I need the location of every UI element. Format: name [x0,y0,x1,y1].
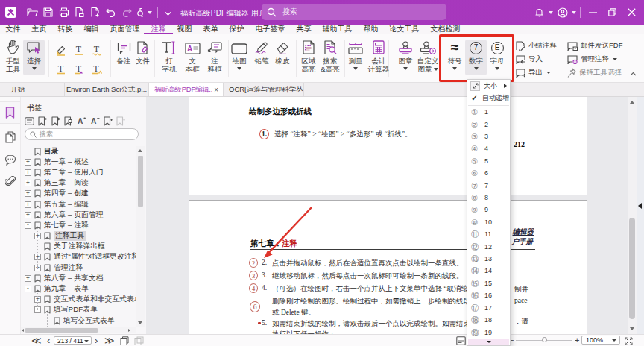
delete-bookmark-icon[interactable] [51,116,60,126]
expand-bookmarks-icon[interactable]: A [77,116,86,126]
summarize-comments-button[interactable]: 小结注释 [516,40,557,52]
bookmark-tree-hscrollbar[interactable] [21,327,136,333]
bookmark-tree-item[interactable]: + 管理注释 [21,262,136,273]
comments-panel-icon[interactable] [0,149,20,170]
dropdown-number-item[interactable]: ⑲ 19 [467,326,510,338]
menu-item[interactable]: 保护 [224,25,250,34]
menu-item[interactable]: 注释 [145,25,171,34]
manage-comments-caret[interactable] [613,58,617,60]
select-caret[interactable] [32,67,37,70]
dropdown-number-item[interactable]: ② 2 [467,118,510,130]
add-bookmark-icon[interactable] [38,116,48,126]
bookmark-tree-item[interactable]: 目录 [21,146,136,157]
redo-icon[interactable] [119,4,134,20]
expand-right-panel-arrow[interactable] [638,203,642,209]
edit-bookmark-icon[interactable] [64,116,74,126]
file-attachment-button[interactable]: 文件 [131,37,154,66]
drawing-button[interactable]: 绘图 [227,37,252,71]
custom-stamp-button[interactable]: 自定义 图章 [413,37,443,74]
number-annotation-3[interactable]: 3 [249,271,258,280]
pages-panel-icon[interactable] [0,127,20,148]
typewriter-button[interactable]: 打 字机 [157,37,182,74]
bookmark-tree-item[interactable]: - 填写PDF表单 [21,305,136,315]
measure-caret[interactable] [353,67,358,70]
bookmark-tree-item[interactable]: + 注释工具 [21,231,136,242]
account-avatar-icon[interactable] [555,4,570,20]
keep-tool-selected-button[interactable]: 保持工具选择 [567,67,622,79]
menu-item[interactable]: 论文工具 [384,25,425,34]
bookmark-tree-item[interactable]: + 第一章 – 概述 [21,157,136,167]
number-annotation-2[interactable]: 2 [249,258,258,268]
number-annotation-1[interactable]: 1. [259,129,269,139]
single-page-view-icon[interactable] [120,336,129,345]
insert-text-tool-icon[interactable]: T [87,63,105,75]
save-icon[interactable] [40,4,56,20]
replace-text-tool-icon[interactable]: T [69,63,87,75]
bookmark-tree-item[interactable]: 填写交互式表单 [21,315,136,326]
dropdown-number-item[interactable]: ⑰ 17 [467,302,510,314]
zoom-box-caret[interactable] [612,339,616,342]
customize-toolbar-icon[interactable] [160,4,176,20]
bookmark-options-icon[interactable] [25,116,34,126]
dropdown-size-item[interactable]: 大小 [467,80,510,92]
bookmark-tree-item[interactable]: + 交互式表单和非交互式表单 [21,295,136,305]
dropdown-scroll-down-row[interactable] [468,339,509,345]
letter-annotation-button[interactable]: E 字母 [487,37,508,71]
red-arrow-annotation[interactable] [256,201,323,265]
callout-button[interactable]: 注 释框 [202,37,227,74]
menu-item[interactable]: 文档检测 [425,25,466,34]
eraser-button[interactable]: 橡皮 [270,37,295,66]
tab-close-icon[interactable]: × [214,86,218,94]
number-annotation-4[interactable]: 4 [249,283,258,293]
bookmark-tree-item[interactable]: + 第六章 – 页面管理 [21,210,136,220]
page-number-input[interactable]: 213 / 411 [54,336,92,345]
bookmark-tree-vscrollbar[interactable] [136,146,145,327]
menu-item[interactable]: 页面管理 [104,25,145,34]
accounting-calculator-button[interactable]: 会计 计算器 [362,37,395,74]
document-vscrollbar[interactable] [628,97,637,334]
dropdown-number-item[interactable]: ① 1 [467,106,510,118]
next-page-button[interactable]: › [95,335,98,346]
bookmark-tree-item[interactable]: + 第二章 – 使用入门 [21,167,136,177]
dropdown-autoincrement-item[interactable]: ✓ 自动递增 [467,92,510,105]
stamp-caret[interactable] [403,67,408,70]
bookmark-tree-item[interactable]: 关于注释弹出框 [21,242,136,252]
menu-item[interactable]: 帮助 [358,25,384,34]
number-annotation-5-collapsed[interactable] [258,322,261,324]
bookmark-tree-item[interactable]: + 第三章 – 阅读 [21,178,136,189]
dropdown-number-item[interactable]: ⑭ 14 [467,265,510,277]
export-page-icon[interactable] [72,4,87,20]
zoom-level-input[interactable]: 100% [581,336,620,345]
bookmark-tree-item[interactable]: - 第七章 – 注释 [21,220,136,230]
minimize-button[interactable] [583,4,602,20]
number-annotation-button[interactable]: 7 数字 [465,37,487,71]
dropdown-number-item[interactable]: ⑩ 10 [467,216,510,228]
page-box-caret[interactable] [84,340,89,342]
strikethrough-tool-icon[interactable]: T [51,63,69,75]
menu-item[interactable]: 视图 [171,25,198,34]
bookmarks-panel-icon[interactable] [0,101,20,124]
close-window-button[interactable] [622,4,641,20]
import-comments-button[interactable]: 导入 [516,54,543,66]
menu-item[interactable]: 文件 [0,25,26,34]
tab-foxit-editor-active[interactable]: 福昕高级PDF编辑...× [149,83,224,96]
bookmark-tree-item[interactable]: + 通过“属性”对话框更改注释外观 [21,252,136,262]
dropdown-number-item[interactable]: ⑧ 8 [467,192,510,204]
attachments-panel-icon[interactable] [0,172,20,192]
dropdown-number-item[interactable]: ④ 4 [467,142,510,154]
menu-item[interactable]: 电子签章 [250,25,291,34]
notification-bell-icon[interactable] [531,4,547,20]
demote-bookmark-icon[interactable] [116,116,126,126]
dropdown-number-item[interactable]: ⑬ 13 [467,253,510,265]
open-file-icon[interactable] [25,4,40,20]
manage-comments-button[interactable]: 管理注释 [567,54,617,66]
search-highlight-button[interactable]: 搜索 &高亮 [314,37,347,74]
tab-environ-earth-sci[interactable]: Environ Earth Sci公式.p... [65,83,149,96]
dropdown-number-item[interactable]: ⑱ 18 [467,314,510,326]
menu-item[interactable]: 转换 [52,25,78,34]
undo-icon[interactable] [103,4,119,20]
dropdown-number-item[interactable]: ⑥ 6 [467,167,510,179]
dropdown-number-item[interactable]: ③ 3 [467,130,510,142]
number-annotation-6[interactable]: 6 [250,301,260,312]
first-page-button[interactable]: ≪ [31,335,42,346]
